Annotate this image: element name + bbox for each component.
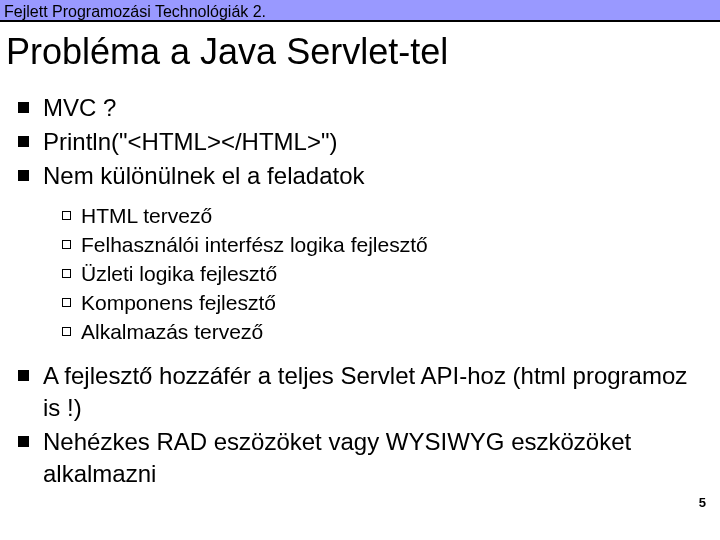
slide-body: MVC ? Println("<HTML></HTML>") Nem külön… [0, 92, 720, 490]
hollow-square-bullet-icon [62, 327, 71, 336]
bullet-text: HTML tervező [81, 202, 710, 230]
list-item: Felhasználói interfész logika fejlesztő [62, 231, 710, 259]
slide-title: Probléma a Java Servlet-tel [0, 22, 720, 90]
square-bullet-icon [18, 170, 29, 181]
hollow-square-bullet-icon [62, 211, 71, 220]
bullet-text: A fejlesztő hozzáfér a teljes Servlet AP… [43, 360, 710, 424]
hollow-square-bullet-icon [62, 269, 71, 278]
square-bullet-icon [18, 102, 29, 113]
hollow-square-bullet-icon [62, 240, 71, 249]
list-item: Üzleti logika fejlesztő [62, 260, 710, 288]
bullet-text: Println("<HTML></HTML>") [43, 126, 710, 158]
square-bullet-icon [18, 136, 29, 147]
hollow-square-bullet-icon [62, 298, 71, 307]
bullet-text: Alkalmazás tervező [81, 318, 710, 346]
list-item: Alkalmazás tervező [62, 318, 710, 346]
bullet-text: MVC ? [43, 92, 710, 124]
list-item: MVC ? [10, 92, 710, 124]
bullet-text: Nehézkes RAD eszözöket vagy WYSIWYG eszk… [43, 426, 710, 490]
list-item: Komponens fejlesztő [62, 289, 710, 317]
bullet-text: Nem különülnek el a feladatok [43, 160, 710, 192]
sub-list: HTML tervező Felhasználói interfész logi… [62, 202, 710, 346]
bullet-text: Üzleti logika fejlesztő [81, 260, 710, 288]
list-item: Nehézkes RAD eszözöket vagy WYSIWYG eszk… [10, 426, 710, 490]
square-bullet-icon [18, 370, 29, 381]
list-item: Println("<HTML></HTML>") [10, 126, 710, 158]
page-number: 5 [699, 495, 706, 510]
square-bullet-icon [18, 436, 29, 447]
course-header: Fejlett Programozási Technológiák 2. [0, 0, 720, 22]
list-item: HTML tervező [62, 202, 710, 230]
bullet-text: Komponens fejlesztő [81, 289, 710, 317]
list-item: Nem különülnek el a feladatok [10, 160, 710, 192]
slide: Fejlett Programozási Technológiák 2. Pro… [0, 0, 720, 540]
list-item: A fejlesztő hozzáfér a teljes Servlet AP… [10, 360, 710, 424]
bullet-text: Felhasználói interfész logika fejlesztő [81, 231, 710, 259]
